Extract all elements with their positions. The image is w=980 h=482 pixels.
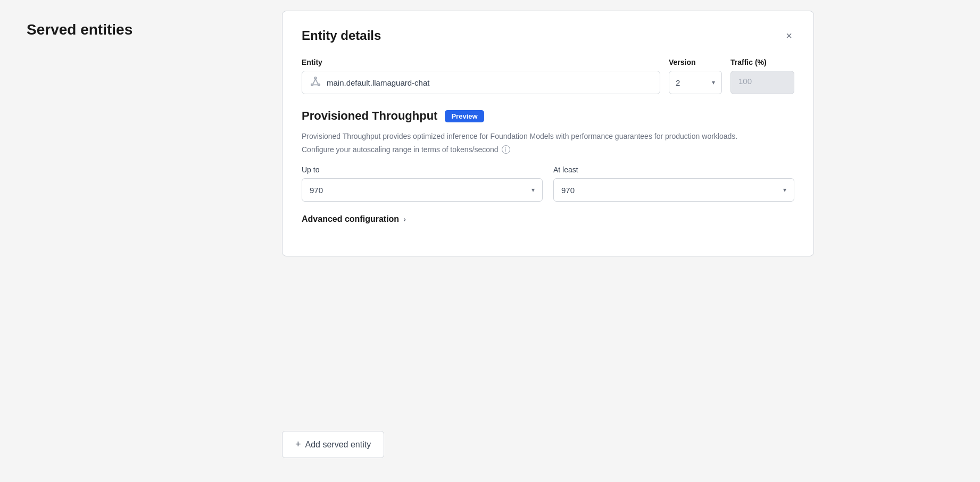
configure-text: Configure your autoscaling range in term… [302, 145, 499, 154]
info-icon[interactable]: i [502, 145, 510, 154]
close-button[interactable]: × [784, 28, 794, 43]
advanced-config-label: Advanced configuration [302, 214, 399, 224]
provisioned-header: Provisioned Throughput Preview [302, 109, 794, 123]
close-icon: × [786, 30, 792, 41]
up-to-label: Up to [302, 165, 543, 174]
entity-details-modal: Entity details × Entity [282, 11, 814, 256]
modal-title: Entity details [302, 28, 381, 43]
entity-input[interactable]: main.default.llamaguard-chat [302, 71, 660, 94]
version-label: Version [669, 58, 722, 67]
version-select[interactable]: 2 ▾ [669, 71, 722, 94]
at-least-value: 970 [561, 186, 575, 195]
chevron-down-icon: ▾ [712, 79, 715, 86]
svg-point-0 [314, 77, 317, 79]
plus-icon: + [295, 439, 301, 450]
svg-line-4 [315, 79, 318, 84]
entity-label: Entity [302, 58, 660, 67]
provisioned-title: Provisioned Throughput [302, 109, 437, 123]
at-least-select[interactable]: 970 ▾ [553, 178, 794, 202]
svg-line-3 [313, 79, 315, 84]
traffic-input: 100 [730, 71, 794, 94]
modal-header: Entity details × [302, 28, 794, 43]
at-least-chevron-icon: ▾ [783, 186, 786, 194]
add-entity-label: Add served entity [305, 440, 371, 450]
up-to-chevron-icon: ▾ [531, 186, 535, 194]
page-container: Served entities Entity details × Entity [0, 0, 980, 482]
range-row: Up to 970 ▾ At least 970 ▾ [302, 165, 794, 202]
traffic-value: 100 [738, 77, 752, 86]
up-to-value: 970 [310, 186, 323, 195]
model-icon [310, 76, 321, 90]
traffic-label: Traffic (%) [730, 58, 794, 67]
version-field-group: Version 2 ▾ [669, 58, 722, 94]
entity-row: Entity main.default [302, 58, 794, 94]
traffic-field-group: Traffic (%) 100 [730, 58, 794, 94]
provisioned-description: Provisioned Throughput provides optimize… [302, 130, 794, 142]
up-to-select[interactable]: 970 ▾ [302, 178, 543, 202]
provisioned-section: Provisioned Throughput Preview Provision… [302, 109, 794, 224]
entity-field-group: Entity main.default [302, 58, 660, 94]
version-value: 2 [676, 78, 680, 87]
modal-wrapper: Entity details × Entity [282, 11, 814, 256]
advanced-configuration[interactable]: Advanced configuration › [302, 214, 794, 224]
add-served-entity-button[interactable]: + Add served entity [282, 431, 384, 458]
preview-badge: Preview [445, 110, 484, 122]
svg-point-1 [311, 84, 313, 86]
up-to-field: Up to 970 ▾ [302, 165, 543, 202]
at-least-field: At least 970 ▾ [553, 165, 794, 202]
at-least-label: At least [553, 165, 794, 174]
chevron-right-icon: › [403, 215, 406, 223]
svg-point-2 [318, 84, 320, 86]
entity-value: main.default.llamaguard-chat [327, 78, 429, 87]
configure-text-row: Configure your autoscaling range in term… [302, 145, 794, 154]
